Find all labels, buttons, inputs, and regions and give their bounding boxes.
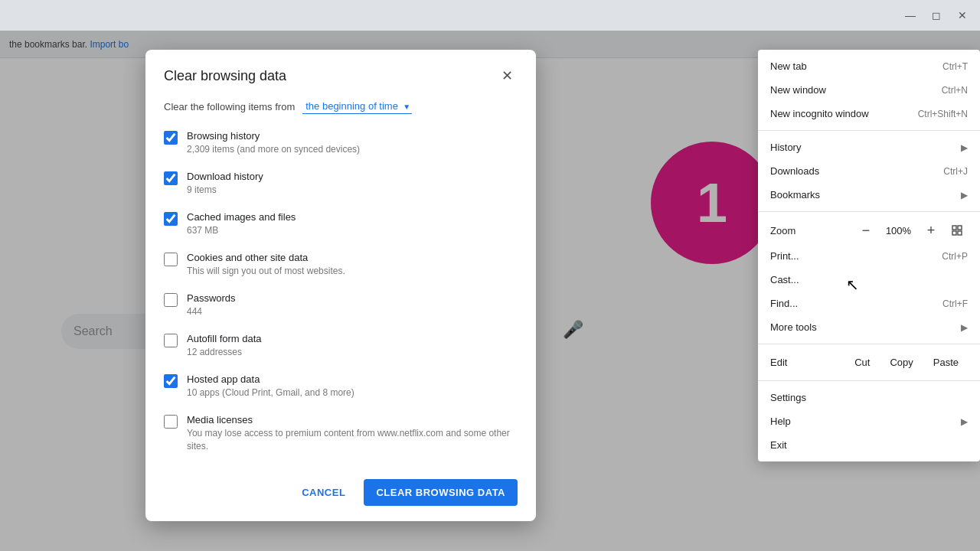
time-range-row: Clear the following items from the begin… [164, 99, 518, 114]
cached-images-label: Cached images and files [187, 210, 296, 224]
paste-button[interactable]: Paste [924, 354, 968, 371]
exit-label: Exit [770, 439, 787, 451]
more-tools-label: More tools [770, 321, 817, 333]
menu-item-new-incognito[interactable]: New incognito window Ctrl+Shift+N [758, 102, 980, 126]
restore-button[interactable]: ◻ [926, 5, 946, 25]
browsing-history-label: Browsing history [187, 129, 360, 143]
media-licenses-sublabel: You may lose access to premium content f… [187, 427, 518, 453]
checkbox-item-browsing-history: Browsing history 2,309 items (and more o… [164, 129, 518, 156]
menu-item-history[interactable]: History ▶ [758, 135, 980, 159]
clear-browsing-data-dialog: Clear browsing data ✕ Clear the followin… [145, 50, 536, 521]
bookmarks-label: Bookmarks [770, 189, 820, 201]
checkbox-hosted-app[interactable] [164, 374, 178, 388]
menu-item-help[interactable]: Help ▶ [758, 409, 980, 433]
dialog-close-button[interactable]: ✕ [496, 65, 518, 86]
menu-item-settings[interactable]: Settings [758, 386, 980, 409]
autofill-label: Autofill form data [187, 332, 262, 346]
checkbox-item-cached-images: Cached images and files 637 MB [164, 210, 518, 237]
edit-label: Edit [770, 357, 845, 368]
menu-item-more-tools[interactable]: More tools ▶ [758, 315, 980, 339]
divider-4 [758, 380, 980, 381]
dialog-title: Clear browsing data [164, 68, 286, 84]
zoom-label: Zoom [770, 225, 855, 236]
minimize-button[interactable]: — [900, 5, 920, 25]
menu-item-downloads[interactable]: Downloads Ctrl+J [758, 159, 980, 183]
copy-button[interactable]: Copy [880, 354, 922, 371]
downloads-shortcut: Ctrl+J [943, 166, 968, 177]
close-button[interactable]: ✕ [952, 5, 972, 25]
time-range-select[interactable]: the beginning of time the past hour the … [302, 99, 412, 114]
zoom-fullscreen-button[interactable] [946, 220, 968, 241]
new-tab-label: New tab [770, 60, 807, 72]
zoom-value: 100% [881, 225, 916, 236]
dialog-header: Clear browsing data ✕ [145, 50, 536, 99]
zoom-row: Zoom − 100% + [758, 217, 980, 244]
menu-item-new-tab[interactable]: New tab Ctrl+T [758, 54, 980, 78]
menu-item-find[interactable]: Find... Ctrl+F [758, 292, 980, 315]
more-tools-arrow-icon: ▶ [961, 322, 968, 333]
checkbox-item-autofill: Autofill form data 12 addresses [164, 332, 518, 359]
settings-label: Settings [770, 392, 806, 403]
checkbox-browsing-history[interactable] [164, 131, 178, 145]
edit-actions: Cut Copy Paste [845, 354, 968, 371]
menu-item-new-window[interactable]: New window Ctrl+N [758, 78, 980, 102]
checkbox-cookies[interactable] [164, 253, 178, 266]
edit-row: Edit Cut Copy Paste [758, 349, 980, 376]
divider-1 [758, 130, 980, 131]
print-shortcut: Ctrl+P [942, 251, 968, 262]
autofill-sublabel: 12 addresses [187, 346, 262, 359]
passwords-sublabel: 444 [187, 305, 236, 318]
checkbox-item-download-history: Download history 9 items [164, 170, 518, 197]
print-label: Print... [770, 250, 799, 262]
divider-3 [758, 344, 980, 344]
dialog-content: Clear the following items from the begin… [145, 99, 536, 453]
cached-images-sublabel: 637 MB [187, 224, 296, 237]
svg-rect-3 [958, 231, 962, 235]
download-history-label: Download history [187, 170, 263, 184]
checkbox-passwords[interactable] [164, 293, 178, 307]
menu-item-print[interactable]: Print... Ctrl+P [758, 244, 980, 268]
cookies-label: Cookies and other site data [187, 251, 345, 265]
checkbox-item-hosted-app: Hosted app data 10 apps (Cloud Print, Gm… [164, 373, 518, 399]
hosted-app-label: Hosted app data [187, 373, 354, 386]
new-window-label: New window [770, 84, 826, 96]
new-incognito-shortcut: Ctrl+Shift+N [918, 109, 968, 119]
checkbox-item-passwords: Passwords 444 [164, 292, 518, 318]
context-menu: New tab Ctrl+T New window Ctrl+N New inc… [758, 50, 980, 461]
find-label: Find... [770, 298, 798, 309]
cookies-sublabel: This will sign you out of most websites. [187, 265, 345, 278]
clear-browsing-data-button[interactable]: CLEAR BROWSING DATA [364, 479, 518, 506]
hosted-app-sublabel: 10 apps (Cloud Print, Gmail, and 8 more) [187, 386, 354, 399]
cancel-button[interactable]: CANCEL [289, 479, 358, 506]
svg-rect-2 [952, 231, 956, 235]
zoom-out-button[interactable]: − [855, 220, 877, 241]
find-shortcut: Ctrl+F [942, 298, 968, 309]
checkbox-cached-images[interactable] [164, 212, 178, 226]
download-history-sublabel: 9 items [187, 184, 263, 197]
checkbox-autofill[interactable] [164, 334, 178, 347]
checkbox-media-licenses[interactable] [164, 415, 178, 429]
checkbox-item-media-licenses: Media licenses You may lose access to pr… [164, 413, 518, 453]
bookmarks-arrow-icon: ▶ [961, 190, 968, 201]
svg-rect-1 [958, 226, 962, 230]
time-range-label: Clear the following items from [164, 101, 295, 112]
menu-item-exit[interactable]: Exit [758, 433, 980, 457]
zoom-in-button[interactable]: + [920, 220, 942, 241]
new-window-shortcut: Ctrl+N [942, 85, 968, 96]
checkbox-item-cookies: Cookies and other site data This will si… [164, 251, 518, 278]
cast-label: Cast... [770, 274, 799, 285]
zoom-controls: − 100% + [855, 220, 968, 241]
help-label: Help [770, 416, 791, 427]
history-arrow-icon: ▶ [961, 142, 968, 153]
menu-item-cast[interactable]: Cast... [758, 268, 980, 292]
time-range-select-wrapper[interactable]: the beginning of time the past hour the … [302, 99, 412, 114]
new-incognito-label: New incognito window [770, 108, 869, 119]
checkbox-download-history[interactable] [164, 171, 178, 185]
divider-2 [758, 211, 980, 212]
media-licenses-label: Media licenses [187, 413, 518, 427]
downloads-label: Downloads [770, 165, 819, 177]
cut-button[interactable]: Cut [845, 354, 879, 371]
browser-chrome: — ◻ ✕ [0, 0, 980, 31]
menu-item-bookmarks[interactable]: Bookmarks ▶ [758, 183, 980, 207]
history-label: History [770, 142, 801, 153]
